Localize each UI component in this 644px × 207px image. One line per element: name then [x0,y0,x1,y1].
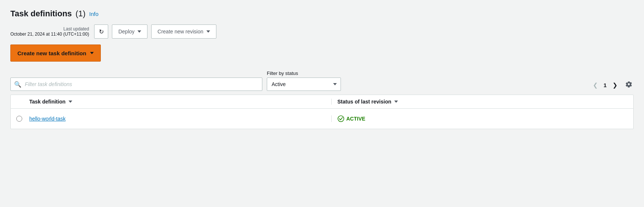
task-def-link[interactable]: hello-world-task [29,116,66,122]
row-status-text: ACTIVE [346,116,365,122]
search-input[interactable] [10,78,262,91]
last-updated-label: Last updated [63,26,89,32]
row-status-cell: ACTIVE [332,115,634,122]
last-updated-block: Last updated October 21, 2024 at 11:40 (… [10,26,89,37]
create-task-def-chevron-icon [90,52,94,54]
task-definitions-table: Task definition Status of last revision … [10,95,634,129]
create-revision-chevron-icon [206,30,210,33]
table-header-row: Task definition Status of last revision [11,95,633,109]
deploy-button[interactable]: Deploy [112,24,147,39]
svg-point-0 [338,116,344,122]
create-revision-button[interactable]: Create new revision [151,24,216,39]
table-col-taskdef-header: Task definition [28,99,332,105]
col-status-sort-icon[interactable] [394,101,398,103]
table-col-status-header: Status of last revision [332,99,634,105]
refresh-icon: ↻ [99,28,104,35]
create-revision-label: Create new revision [157,29,203,34]
row-radio-col [11,116,28,122]
create-task-def-button[interactable]: Create new task definition [10,45,101,62]
refresh-button[interactable]: ↻ [94,24,108,39]
toolbar: Last updated October 21, 2024 at 11:40 (… [10,24,634,39]
filter-status-wrap: Filter by status Active Inactive All [267,70,341,91]
table-row: hello-world-task ACTIVE [11,109,633,129]
row-taskdef-cell: hello-world-task [28,115,332,122]
col-taskdef-label: Task definition [29,99,66,105]
page-header: Task definitions (1) Info [10,9,634,19]
filter-controls: 🔍 Filter by status Active Inactive All ❮… [10,70,634,91]
task-count-badge: (1) [76,9,86,19]
status-check-icon [338,115,344,122]
filter-status-select[interactable]: Active Inactive All [267,78,341,91]
filter-status-label: Filter by status [267,70,341,76]
create-task-def-label: Create new task definition [17,50,86,56]
deploy-label: Deploy [118,29,135,34]
pagination: ❮ 1 ❯ [591,79,634,91]
current-page: 1 [602,82,608,88]
table-settings-button[interactable] [624,79,634,91]
next-page-button[interactable]: ❯ [610,80,620,90]
row-radio-input[interactable] [16,116,22,122]
info-link[interactable]: Info [89,11,99,17]
deploy-chevron-icon [137,30,141,33]
page-title: Task definitions [10,9,72,19]
col-taskdef-sort-icon[interactable] [69,101,72,103]
last-updated-value: October 21, 2024 at 11:40 (UTC+11:00) [10,32,89,37]
prev-page-button[interactable]: ❮ [591,80,600,90]
check-circle-svg [338,115,344,122]
search-wrap: 🔍 [10,78,262,91]
gear-icon [625,81,632,88]
col-status-label: Status of last revision [338,99,391,105]
